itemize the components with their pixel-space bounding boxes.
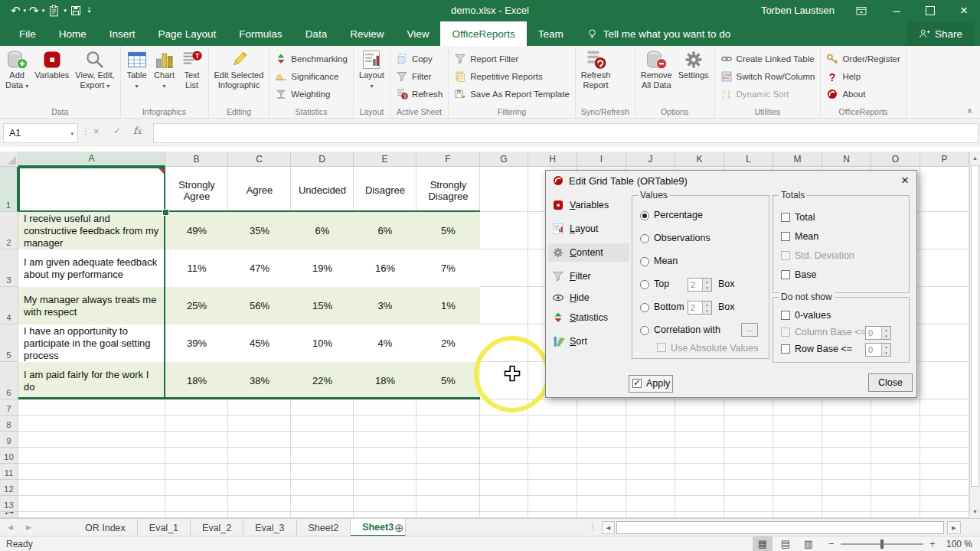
variables-button[interactable]: Variables [31, 47, 72, 80]
row-header-3[interactable]: 3 [0, 249, 18, 287]
column-header-L[interactable]: L [724, 152, 773, 167]
value-cell[interactable]: 6% [354, 212, 416, 249]
vertical-scrollbar[interactable]: ▲▼ [969, 152, 980, 518]
view-page-layout-icon[interactable]: ▤ [776, 536, 795, 551]
row-header-6[interactable]: 6 [0, 362, 18, 399]
row-header-5[interactable]: 5 [0, 324, 18, 362]
zoom-out-icon[interactable]: − [828, 538, 835, 549]
total-checkbox[interactable] [781, 213, 790, 222]
column-header-G[interactable]: G [480, 152, 528, 167]
win-opts-icon[interactable] [855, 5, 867, 17]
sheet-tab-sheet2[interactable]: Sheet2 [297, 519, 351, 536]
dialog-nav-sort[interactable]: Sort [548, 332, 629, 350]
value-cell[interactable]: 18% [165, 362, 228, 399]
zoom-slider-thumb[interactable] [880, 540, 884, 549]
column-header-F[interactable]: F [416, 152, 480, 167]
value-cell[interactable]: 5% [416, 212, 480, 249]
radio-button[interactable] [640, 234, 649, 243]
sheet-tab-or-index[interactable]: OR Index [74, 519, 138, 536]
table-button[interactable]: Table▾ [123, 47, 151, 91]
about-button[interactable]: About [823, 85, 868, 103]
spinner[interactable]: 2▴▾ [688, 278, 712, 292]
view-page-break-icon[interactable]: ▥ [799, 536, 818, 551]
column-header-K[interactable]: K [675, 152, 724, 167]
browse-button[interactable]: ... [741, 323, 758, 337]
radio-button[interactable] [640, 257, 649, 266]
column-header-I[interactable]: I [577, 152, 626, 167]
sheet-tab-eval-2[interactable]: Eval_2 [191, 519, 243, 536]
value-cell[interactable]: 39% [165, 324, 228, 362]
dialog-nav-layout[interactable]: Layout [548, 220, 629, 238]
value-cell[interactable]: 16% [354, 249, 416, 287]
hscroll-left-icon[interactable]: ◀ [602, 521, 615, 534]
order-register-button[interactable]: Order/Register [823, 50, 903, 67]
refresh-button[interactable]: Refresh [393, 85, 446, 103]
layout-button[interactable]: Layout▾ [356, 47, 387, 91]
value-cell[interactable]: 5% [416, 362, 480, 399]
table-row[interactable]: I am paid fairly for the work I do18%38%… [18, 362, 480, 399]
row-header-2[interactable]: 2 [0, 212, 18, 249]
dialog-nav-content[interactable]: Content [548, 243, 629, 262]
question-cell[interactable]: I receive useful and constructive feedba… [18, 212, 162, 249]
scroll-thumb[interactable] [971, 165, 979, 487]
table-row[interactable]: I receive useful and constructive feedba… [18, 212, 480, 249]
column-header-P[interactable]: P [920, 152, 969, 167]
text-list-button[interactable]: TTextList [178, 47, 206, 90]
hscroll-right-icon[interactable]: ▶ [947, 521, 961, 534]
zoom-in-icon[interactable]: + [929, 538, 936, 549]
row-header-14[interactable]: 14 [0, 512, 18, 518]
table-row[interactable]: I have an opportunity to participate in … [18, 324, 480, 362]
row-header-8[interactable]: 8 [0, 416, 18, 432]
edit-selected-infographic-button[interactable]: Edit SelectedInfographic [211, 47, 267, 90]
base-checkbox[interactable] [781, 270, 790, 279]
question-cell[interactable]: My manager always treats me with respect [18, 287, 162, 324]
dialog-close-icon[interactable]: × [901, 173, 909, 188]
ribbon-tab-team[interactable]: Team [527, 21, 575, 46]
ribbon-display-options-button[interactable] [845, 0, 877, 21]
spinner[interactable]: 0▴▾ [865, 343, 891, 357]
scroll-up-icon[interactable]: ▲ [970, 152, 980, 165]
column-header-M[interactable]: M [773, 152, 822, 167]
sheet-next-icon[interactable]: ▶ [26, 523, 31, 531]
fill-handle[interactable] [162, 209, 169, 216]
view-edit-export-button[interactable]: View, Edit,Export ▾ [72, 47, 117, 91]
insert-function-icon[interactable]: fx [133, 125, 142, 136]
value-cell[interactable]: 10% [291, 324, 354, 362]
save-as-report-template-button[interactable]: Save As Report Template [451, 85, 573, 103]
value-cell[interactable]: 4% [354, 324, 416, 362]
name-box-dropdown-icon[interactable]: ▾ [70, 131, 74, 137]
value-cell[interactable]: 35% [228, 212, 291, 249]
ribbon-tab-review[interactable]: Review [338, 21, 395, 46]
ribbon-collapse-icon[interactable]: ∧ [967, 106, 972, 115]
row-header-4[interactable]: 4 [0, 287, 18, 324]
cancel-icon[interactable]: × [93, 126, 100, 137]
value-cell[interactable]: 15% [291, 287, 354, 324]
help-button[interactable]: ?Help [823, 67, 864, 85]
add-data-button[interactable]: AddData ▾ [2, 47, 31, 91]
weighting-button[interactable]: Weighting [272, 85, 333, 103]
value-cell[interactable]: 38% [228, 362, 291, 399]
radio-button[interactable] [640, 303, 649, 312]
value-cell[interactable]: 56% [228, 287, 291, 324]
spinner[interactable]: 2▴▾ [688, 301, 712, 315]
value-cell[interactable]: 6% [291, 212, 354, 249]
row-header-7[interactable]: 7 [0, 399, 18, 416]
column-header-A[interactable]: A [18, 152, 165, 167]
share-button[interactable]: Share [907, 21, 974, 46]
row-header-9[interactable]: 9 [0, 432, 18, 448]
radio-button[interactable] [640, 326, 649, 335]
row-header-13[interactable]: 13 [0, 496, 18, 512]
value-cell[interactable]: 25% [165, 287, 228, 324]
value-cell[interactable]: 7% [416, 249, 480, 287]
create-linked-table-button[interactable]: Create Linked Table [717, 50, 818, 67]
value-cell[interactable]: 49% [165, 212, 228, 249]
value-cell[interactable]: 47% [228, 249, 291, 287]
settings-button[interactable]: Settings [675, 47, 712, 80]
switch-row-column-button[interactable]: Switch Row/Column [717, 67, 818, 85]
table-row[interactable]: I am given adequate feedback about my pe… [18, 249, 480, 287]
ribbon-tab-insert[interactable]: Insert [98, 21, 147, 46]
filter-button[interactable]: Filter [393, 67, 435, 85]
close-button[interactable]: × [948, 0, 980, 21]
column-header-E[interactable]: E [354, 152, 416, 167]
report-filter-button[interactable]: Report Filter [451, 50, 521, 67]
